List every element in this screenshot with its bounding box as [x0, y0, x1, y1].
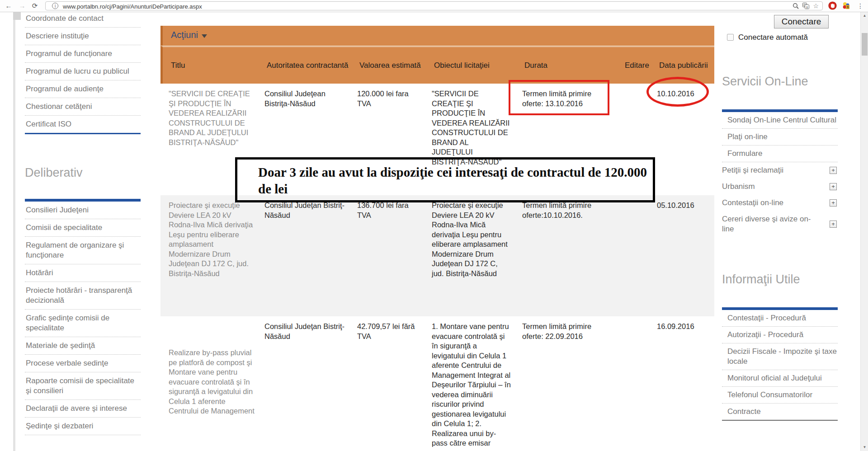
chevron-down-icon: [202, 34, 207, 38]
info-item-contracte[interactable]: Contracte: [722, 404, 838, 421]
sidebar-item-consilieri[interactable]: Consilieri Judeţeni: [25, 202, 141, 219]
url-text: www.portalbn.ro/cj/Pagini/AnunturiDePart…: [63, 3, 202, 10]
expand-plus-icon[interactable]: +: [830, 183, 837, 190]
auto-login-checkbox[interactable]: [727, 34, 734, 41]
note-annotation-text: Doar 3 zile au avut la dispoziţie cei in…: [258, 164, 647, 197]
sidebar-item-regulament[interactable]: Regulament de organizare şi funcţionare: [25, 237, 141, 264]
sidebar-item-comisii[interactable]: Comisii de specialitate: [25, 219, 141, 237]
info-item-decizii-fiscale[interactable]: Decizii Fiscale - Impozite şi taxe local…: [722, 343, 838, 370]
address-bar[interactable]: i www.portalbn.ro/cj/Pagini/AnunturiDePa…: [45, 1, 823, 10]
service-item-label: Urbanism: [722, 182, 755, 192]
sidebar-item-procese-verbale[interactable]: Procese verbale sedinţe: [25, 355, 141, 372]
sidebar-item-descriere[interactable]: Descriere instituţie: [25, 28, 141, 45]
col-header-durata[interactable]: Durata: [524, 61, 547, 70]
scroll-down-icon[interactable]: ▼: [861, 444, 868, 451]
col-header-titlu[interactable]: Titlu: [171, 61, 185, 70]
cell-data-publicarii: 05.10.2016: [657, 201, 712, 211]
cell-autoritatea: Consiliul Judeţean Bistriţa-Năsăud: [264, 89, 346, 108]
page-scrollbar[interactable]: ▲ ▼: [860, 12, 868, 451]
note-annotation-box: Doar 3 zile au avut la dispoziţie cei in…: [235, 157, 655, 202]
scrollbar-thumb[interactable]: [862, 33, 868, 56]
col-header-editare[interactable]: Editare: [625, 61, 649, 70]
cell-data-publicarii: 16.09.2016: [657, 322, 712, 332]
page-info-icon[interactable]: i: [52, 3, 58, 9]
col-header-obiectul[interactable]: Obiectul licitaţiei: [434, 61, 490, 70]
cell-autoritatea: Consiliul Judeţan Bistriţ-Năsăud: [264, 322, 346, 341]
sidebar-item-program-functionare[interactable]: Programul de funcţionare: [25, 45, 141, 63]
reload-icon[interactable]: ⟳: [30, 1, 40, 11]
service-item-plati[interactable]: Plaţi on-line: [722, 129, 838, 146]
cell-autoritatea: Consiliul Judeţan Bistriţ-Năsăud: [264, 201, 346, 220]
colorful-extension-icon[interactable]: 6: [842, 1, 851, 10]
sidebar-item-proiecte-hotarari[interactable]: Proiecte hotărâri - transparenţă decizio…: [25, 282, 141, 310]
heading-informatii-utile: Informaţii Utile: [722, 272, 838, 287]
col-header-data[interactable]: Data publicării: [659, 61, 708, 70]
service-item-cereri[interactable]: Cereri diverse şi avize on-line +: [722, 211, 838, 237]
cell-durata: Termen limită primire oferte: 22.09.2016: [522, 322, 610, 341]
cell-obiectul: "SERVICII DE CREAŢIE ŞI PRODUCŢIE ÎN VED…: [432, 89, 511, 167]
sidebar-item-certificat-iso[interactable]: Certificat ISO: [25, 116, 141, 134]
info-item-telefonul[interactable]: Telefonul Consumatorilor: [722, 387, 838, 404]
sidebar-item-grafic-sedinte[interactable]: Grafic şedinţe comisii de specialitate: [25, 310, 141, 337]
adblock-extension-icon[interactable]: [828, 1, 837, 10]
table-body: "SERVICII DE CREAŢIE ŞI PRODUCŢIE ÎN VED…: [160, 84, 714, 451]
scroll-up-icon[interactable]: ▲: [861, 12, 868, 19]
sidebar-item-rapoarte[interactable]: Rapoarte comisii de specialitate şi cons…: [25, 372, 141, 400]
sidebar-item-program-lucru[interactable]: Programul de lucru cu publicul: [25, 63, 141, 80]
service-item-label: Cereri diverse şi avize on-line: [722, 214, 817, 234]
expand-plus-icon[interactable]: +: [830, 221, 837, 228]
info-item-monitorul-oficial[interactable]: Monitorul oficial al Judeţului: [722, 370, 838, 387]
cell-titlu: "SERVICII DE CREAŢIE ŞI PRODUCŢIE ÎN VED…: [169, 89, 255, 147]
cell-valoarea: 136.700 lei fara TVA: [357, 201, 420, 220]
info-item-contestatii-procedura[interactable]: Contestaţii - Procedură: [722, 310, 838, 327]
frame-corner: [13, 12, 21, 20]
cell-valoarea: 120.000 lei fara TVA: [357, 89, 420, 108]
expand-plus-icon[interactable]: +: [830, 199, 837, 207]
table-row[interactable]: Proiectare şi execuţie Deviere LEA 20 kV…: [160, 195, 714, 316]
left-sidebar: Coordonate de contact Descriere instituţ…: [25, 12, 141, 435]
cell-obiectul: Proiectare şi execuţie Deviere LEA 20 kV…: [432, 201, 511, 278]
service-item-petitii[interactable]: Petiţii şi reclamaţii +: [722, 162, 838, 179]
frame-edge: [13, 20, 15, 451]
table-header-row: Titlu Autoritatea contractantă Valoarea …: [160, 46, 714, 84]
auto-login-label: Conectare automată: [738, 33, 808, 42]
red-rectangle-annotation: [509, 80, 609, 115]
table-row[interactable]: Realizare by-pass pluvial pe platforă de…: [160, 316, 714, 451]
translate-icon[interactable]: Ga: [802, 3, 809, 9]
cell-valoarea: 42.709,57 lei fără TVA: [357, 322, 420, 341]
forward-icon[interactable]: →: [17, 1, 27, 11]
sidebar-item-sedinte-dezbateri[interactable]: Şedinţe şi dezbateri: [25, 418, 141, 435]
col-header-autoritatea[interactable]: Autoritatea contractantă: [267, 61, 349, 70]
conectare-button[interactable]: Conectare: [774, 15, 829, 28]
sidebar-heading-deliberativ: Deliberativ: [25, 166, 141, 180]
cell-durata: Termen limită primire oferte:10.10.2016.: [522, 201, 610, 220]
service-item-label: Petiţii şi reclamaţii: [722, 165, 783, 175]
chrome-menu-icon[interactable]: ⋮: [857, 1, 863, 11]
sidebar-item-materiale[interactable]: Materiale de şedinţă: [25, 337, 141, 355]
sidebar-item-declaratii[interactable]: Declaraţii de avere şi interese: [25, 400, 141, 418]
svg-text:a: a: [806, 5, 808, 9]
col-header-valoarea[interactable]: Valoarea estimată: [359, 61, 421, 70]
service-item-contestatii[interactable]: Contestaţii on-line +: [722, 195, 838, 211]
zoom-icon[interactable]: [793, 3, 799, 9]
right-sidebar: Servicii On-Line Sondaj On-Line Centrul …: [722, 75, 838, 421]
red-ellipse-annotation: [646, 77, 709, 107]
sidebar-item-program-audiente[interactable]: Programul de audienţe: [25, 80, 141, 98]
table-actions-bar: Acţiuni: [160, 26, 714, 46]
service-item-sondaj[interactable]: Sondaj On-Line Centrul Cultural: [722, 112, 838, 129]
sidebar-item-chestionar[interactable]: Chestionar cetăţeni: [25, 98, 141, 116]
cell-obiectul: 1. Montare vane pentru evacuare controla…: [432, 322, 511, 448]
info-item-autorizatii-procedura[interactable]: Autorizaţii - Procedură: [722, 327, 838, 343]
expand-plus-icon[interactable]: +: [830, 167, 837, 174]
cell-titlu: Realizare by-pass pluvial pe platforă de…: [169, 348, 255, 416]
cell-titlu: Proiectare şi execuţie Deviere LEA 20 kV…: [169, 201, 255, 278]
sidebar-item-hotarari[interactable]: Hotărâri: [25, 264, 141, 282]
service-item-formulare[interactable]: Formulare: [722, 146, 838, 162]
heading-servicii-online: Servicii On-Line: [722, 75, 838, 89]
bookmark-star-icon[interactable]: ☆: [813, 3, 819, 9]
sidebar-item-coordonate[interactable]: Coordonate de contact: [25, 10, 141, 28]
actions-menu[interactable]: Acţiuni: [171, 30, 207, 40]
extension-badge: 6: [846, 5, 849, 9]
back-icon[interactable]: ←: [4, 1, 14, 11]
service-item-urbanism[interactable]: Urbanism +: [722, 179, 838, 195]
